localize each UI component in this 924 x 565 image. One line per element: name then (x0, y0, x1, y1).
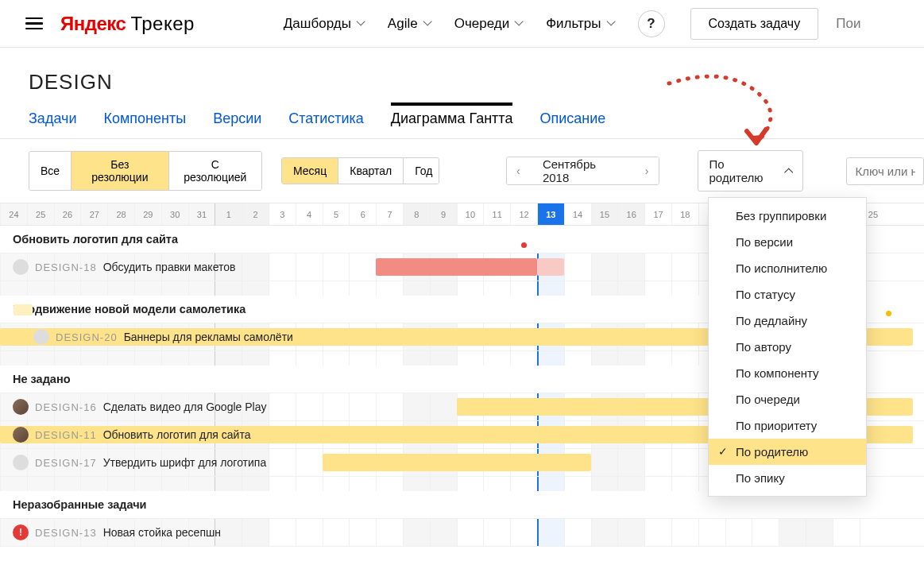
scale-year[interactable]: Год (404, 158, 439, 184)
timeline-day: 18 (671, 203, 698, 225)
tab-gantt[interactable]: Диаграмма Гантта (391, 110, 513, 138)
topbar: Яндекс Трекер Дашборды Agile Очереди Фил… (0, 0, 924, 48)
timeline-day: 5 (323, 203, 350, 225)
chevron-up-icon (785, 168, 791, 174)
grouping-option[interactable]: По компоненту (709, 360, 866, 386)
date-value[interactable]: Сентябрь 2018 (530, 157, 636, 184)
task-title: Обновить логотип для сайта (103, 428, 251, 441)
task-key: DESIGN-18 (35, 261, 97, 273)
timeline-day: 8 (403, 203, 430, 225)
chevron-down-icon (356, 20, 364, 28)
tab-tasks[interactable]: Задачи (29, 110, 76, 138)
logo-tracker: Трекер (130, 13, 194, 35)
gantt-task-row[interactable]: !DESIGN-13Новая стойка ресепшн (0, 519, 924, 547)
task-key: DESIGN-20 (56, 331, 118, 343)
timeline-day: 25 (27, 203, 54, 225)
resolution-with[interactable]: С резолюцией (169, 152, 261, 190)
timeline-day: 2 (242, 203, 269, 225)
help-button[interactable]: ? (638, 10, 665, 37)
timeline-day: 29 (134, 203, 161, 225)
task-key: DESIGN-16 (35, 401, 97, 413)
timeline-day: 26 (54, 203, 81, 225)
timeline-day: 30 (161, 203, 188, 225)
main-nav: Дашборды Agile Очереди Фильтры (284, 16, 614, 32)
scale-quarter[interactable]: Квартал (338, 158, 404, 184)
key-search[interactable] (846, 157, 924, 185)
create-task-button[interactable]: Создать задачу (690, 8, 819, 40)
timeline-day: 3 (269, 203, 296, 225)
timeline-day: 6 (349, 203, 376, 225)
avatar (13, 455, 29, 470)
task-info: !DESIGN-13Новая стойка ресепшн (0, 524, 308, 540)
tab-versions[interactable]: Версии (213, 110, 261, 138)
task-info: DESIGN-11Обновить логотип для сайта (0, 427, 308, 443)
task-title: Обсудить правки макетов (103, 261, 236, 273)
timeline-day: 24 (0, 203, 27, 225)
avatar (13, 259, 29, 275)
resolution-segment: Все Без резолюции С резолюцией (29, 151, 262, 191)
grouping-option[interactable]: Без группировки (709, 203, 866, 229)
gantt-bar[interactable] (376, 258, 537, 276)
grouping-option[interactable]: По очереди (709, 386, 866, 412)
nav-queues[interactable]: Очереди (454, 16, 523, 32)
task-title: Новая стойка ресепшн (103, 526, 221, 539)
grouping-option[interactable]: По исполнителю (709, 255, 866, 281)
global-search[interactable] (836, 16, 908, 32)
global-search-input[interactable] (836, 16, 868, 32)
project-tabs: Задачи Компоненты Версии Статистика Диаг… (0, 95, 924, 139)
nav-filters[interactable]: Фильтры (546, 16, 613, 32)
chevron-down-icon (606, 20, 614, 28)
timeline-day: 16 (617, 203, 644, 225)
avatar (33, 329, 49, 345)
resolution-all[interactable]: Все (29, 152, 72, 190)
grouping-option[interactable]: По дедлайну (709, 308, 866, 334)
task-title: Утвердить шрифт для логотипа (103, 456, 267, 469)
chevron-down-icon (423, 20, 431, 28)
logo[interactable]: Яндекс Трекер (60, 13, 195, 35)
date-next-button[interactable]: › (636, 157, 659, 184)
nav-dashboards[interactable]: Дашборды (284, 16, 364, 32)
timeline-day: 4 (296, 203, 323, 225)
key-search-input[interactable] (855, 164, 915, 178)
timeline-day: 31 (188, 203, 215, 225)
avatar (13, 427, 29, 443)
task-info: DESIGN-20Баннеры для рекламы самолёти (0, 329, 308, 345)
grouping-option[interactable]: По приоритету (709, 412, 866, 439)
date-prev-button[interactable]: ‹ (507, 157, 530, 184)
timeline-day: 17 (644, 203, 671, 225)
grouping-option[interactable]: По статусу (709, 281, 866, 308)
nav-agile[interactable]: Agile (388, 16, 431, 32)
milestone-dot (521, 242, 527, 248)
task-info: DESIGN-18Обсудить правки макетов (0, 259, 308, 275)
timeline-day: 7 (376, 203, 403, 225)
scale-month[interactable]: Месяц (282, 158, 338, 184)
gantt-bar[interactable] (537, 258, 564, 276)
logo-yandex: Яндекс (60, 13, 126, 35)
scale-segment: Месяц Квартал Год (281, 157, 439, 184)
timeline-day: 9 (430, 203, 457, 225)
task-title: Сделать видео для Google Play (103, 401, 267, 413)
grouping-option[interactable]: По автору (709, 334, 866, 360)
chevron-down-icon (514, 20, 522, 28)
avatar (13, 399, 29, 415)
avatar: ! (13, 524, 29, 540)
gantt-bar[interactable] (323, 454, 591, 471)
task-key: DESIGN-11 (35, 429, 97, 441)
resolution-without[interactable]: Без резолюции (72, 152, 168, 190)
menu-icon[interactable] (25, 17, 43, 30)
tab-description[interactable]: Описание (539, 110, 605, 138)
task-info: DESIGN-16Сделать видео для Google Play (0, 399, 308, 415)
grouping-button[interactable]: По родителю (698, 150, 804, 192)
date-picker: ‹ Сентябрь 2018 › (506, 157, 659, 185)
grouping-option[interactable]: По родителю (709, 439, 866, 465)
gantt-toolbar: Все Без резолюции С резолюцией Месяц Ква… (0, 139, 924, 203)
project-title: DESIGN (0, 48, 924, 95)
tab-components[interactable]: Компоненты (103, 110, 186, 138)
grouping-option[interactable]: По эпику (709, 465, 866, 491)
timeline-day: 11 (483, 203, 510, 225)
timeline-day: 10 (457, 203, 484, 225)
grouping-option[interactable]: По версии (709, 229, 866, 255)
task-title: Баннеры для рекламы самолёти (124, 331, 293, 343)
tab-stats[interactable]: Статистика (288, 110, 364, 138)
grouping-dropdown: Без группировкиПо версииПо исполнителюПо… (708, 197, 867, 497)
